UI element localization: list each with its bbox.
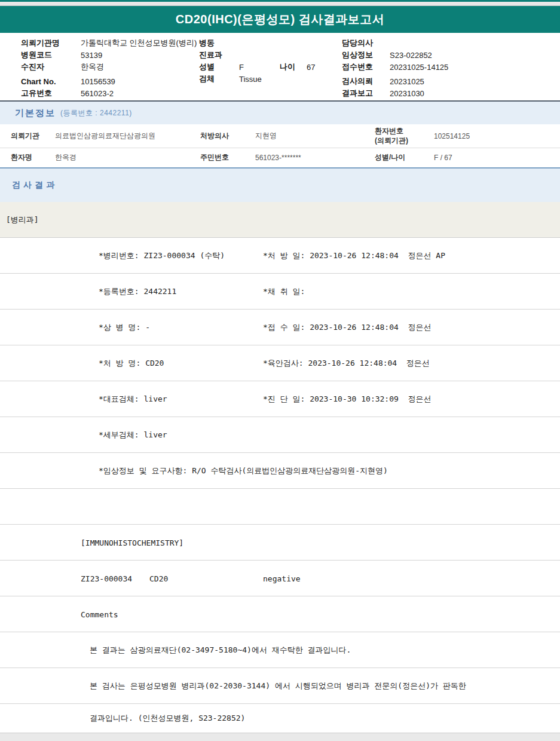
result-left-text: *대표검체: liver	[99, 394, 167, 405]
field-value: 가톨릭대학교 인천성모병원(병리)	[81, 38, 197, 48]
result-row-diagnosis-name: *상 병 명: - *접 수 일: 2023-10-26 12:48:04 정은…	[0, 310, 560, 345]
cell-value-requesting-org: 의료법인삼광의료재단삼광의원	[55, 131, 200, 141]
cell-label-patient-no: 환자번호 (의뢰기관)	[375, 127, 434, 145]
top-gray-strip	[0, 2, 560, 6]
cell-value-resident-no: 561023-*******	[255, 154, 375, 162]
patient-header-left-column: 의뢰기관명 가톨릭대학교 인천성모병원(병리) 병원코드 53139 수진자 한…	[21, 37, 197, 99]
field-value-age: 67	[307, 63, 315, 72]
field-department: 진료과	[199, 49, 315, 61]
result-row-empty	[0, 489, 560, 525]
cell-label-requesting-org: 의뢰기관	[0, 131, 55, 141]
result-text: [IMMUNOHISTOCHEMISTRY]	[81, 538, 183, 547]
field-attending-doctor: 담당의사	[342, 37, 448, 49]
result-right-text: *진 단 일: 2023-10-30 10:32:09 정은선	[263, 394, 432, 405]
field-unique-no: 고유번호 561023-2	[21, 87, 197, 99]
field-label: Chart No.	[21, 77, 81, 86]
field-chart-no: Chart No. 10156539	[21, 75, 197, 87]
result-left-text: *처 방 명: CD20	[99, 358, 164, 369]
field-label: 담당의사	[342, 38, 390, 48]
result-specimen-code: ZI23-000034	[81, 574, 132, 583]
field-label: 검체	[199, 74, 239, 84]
basic-info-registration-no: (등록번호 : 2442211)	[60, 108, 132, 118]
basic-info-table: 의뢰기관 의료법인삼광의료재단삼광의원 처방의사 지현영 환자번호 (의뢰기관)…	[0, 124, 560, 167]
result-text: Comments	[81, 610, 118, 618]
result-right-text: *접 수 일: 2023-10-26 12:48:04 정은선	[263, 322, 432, 333]
result-left-text: *세부검체: liver	[99, 430, 167, 440]
cell-label-patient-name: 환자명	[0, 153, 55, 163]
result-right-text: *육안검사: 2023-10-26 12:48:04 정은선	[263, 358, 430, 369]
field-test-requested-date: 검사의뢰 20231025	[342, 75, 448, 87]
field-label: 검사의뢰	[342, 76, 390, 87]
department-row: [병리과]	[0, 202, 560, 238]
result-text: 본 결과는 삼광의료재단(02-3497-5180~4)에서 재수탁한 결과입니…	[90, 645, 351, 656]
result-row-main-specimen: *대표검체: liver *진 단 일: 2023-10-30 10:32:09…	[0, 381, 560, 417]
field-label: 임상정보	[342, 50, 390, 60]
result-value: negative	[263, 574, 301, 583]
result-rows: *병리번호: ZI23-000034 (수탁) *처 방 일: 2023-10-…	[0, 238, 560, 733]
result-left-text: *임상정보 및 요구사항: R/O 수탁검사(의료법인삼광의료재단삼광의원-지현…	[99, 466, 388, 476]
field-value: 561023-2	[81, 89, 114, 98]
table-row: 의뢰기관 의료법인삼광의료재단삼광의원 처방의사 지현영 환자번호 (의뢰기관)…	[0, 124, 560, 148]
field-label: 진료과	[199, 50, 239, 60]
field-accession-no: 접수번호 20231025-14125	[342, 61, 448, 73]
result-row-ihc-result: ZI23-000034 CD20 negative	[0, 561, 560, 596]
basic-info-section-header: 기본정보 (등록번호 : 2442211)	[0, 100, 560, 124]
field-label: 병원코드	[21, 50, 81, 60]
result-row-ihc-heading: [IMMUNOHISTOCHEMISTRY]	[0, 525, 560, 561]
report-title-banner: CD20(IHC)(은평성모) 검사결과보고서	[0, 6, 560, 33]
field-specimen: 검체 Tissue	[199, 73, 315, 85]
field-label: 수진자	[21, 62, 81, 72]
result-test-name: CD20	[149, 574, 168, 583]
field-value: Tissue	[239, 75, 262, 84]
field-label: 병동	[199, 38, 239, 48]
result-row-comment-2: 본 검사는 은평성모병원 병리과(02-2030-3144) 에서 시행되었으며…	[0, 668, 560, 704]
field-value: 20231025-14125	[390, 63, 448, 72]
patient-header-right-column: 담당의사 임상정보 S23-022852 접수번호 20231025-14125…	[342, 37, 448, 99]
field-label: 접수번호	[342, 62, 390, 72]
result-left-text: *등록번호: 2442211	[99, 286, 176, 297]
field-value: 한옥경	[81, 62, 104, 72]
cell-label-sex-age: 성별/나이	[375, 153, 434, 163]
cell-value-patient-no: 102514125	[434, 132, 560, 140]
field-requesting-org: 의뢰기관명 가톨릭대학교 인천성모병원(병리)	[21, 37, 197, 49]
field-value: 10156539	[81, 77, 115, 86]
result-row-comment-3: 결과입니다. (인천성모병원, S23-22852)	[0, 704, 560, 733]
field-label-sex: 성별	[199, 62, 239, 72]
field-label: 의뢰기관명	[21, 38, 81, 48]
result-row-sub-specimen: *세부검체: liver	[0, 417, 560, 453]
result-left-text: *상 병 명: -	[99, 322, 150, 333]
result-text: 본 검사는 은평성모병원 병리과(02-2030-3144) 에서 시행되었으며…	[90, 681, 466, 691]
field-result-reported-date: 결과보고 20231030	[342, 87, 448, 99]
field-ward: 병동	[199, 37, 315, 49]
result-left-text: *병리번호: ZI23-000034 (수탁)	[99, 250, 225, 261]
result-text: 결과입니다. (인천성모병원, S23-22852)	[90, 713, 245, 724]
cell-value-prescribing-doctor: 지현영	[255, 131, 375, 141]
basic-info-title: 기본정보	[15, 108, 56, 119]
field-examinee: 수진자 한옥경	[21, 61, 197, 73]
field-value: 20231030	[390, 89, 424, 98]
result-row-comment-1: 본 결과는 삼광의료재단(02-3497-5180~4)에서 재수탁한 결과입니…	[0, 632, 560, 668]
field-label-age: 나이	[280, 62, 307, 72]
field-value-sex: F	[239, 63, 280, 72]
patient-header: 의뢰기관명 가톨릭대학교 인천성모병원(병리) 병원코드 53139 수진자 한…	[0, 33, 560, 100]
result-right-text: *채 취 일:	[263, 286, 305, 297]
result-right-text: *처 방 일: 2023-10-26 12:48:04 정은선 AP	[263, 250, 445, 261]
cell-label-resident-no: 주민번호	[200, 153, 255, 163]
field-sex-age: 성별 F 나이 67	[199, 61, 315, 73]
table-row: 환자명 한옥경 주민번호 561023-******* 성별/나이 F / 67	[0, 148, 560, 167]
field-label: 결과보고	[342, 88, 390, 99]
cell-label-prescribing-doctor: 처방의사	[200, 131, 255, 141]
result-row-registration-no: *등록번호: 2442211 *채 취 일:	[0, 274, 560, 310]
field-clinical-info: 임상정보 S23-022852	[342, 49, 448, 61]
field-value: 53139	[81, 51, 102, 60]
report-title: CD20(IHC)(은평성모) 검사결과보고서	[176, 11, 384, 27]
department-label: [병리과]	[6, 215, 39, 225]
footer-band	[0, 733, 560, 741]
patient-header-middle-column: 병동 진료과 성별 F 나이 67 검체 Tissue	[199, 37, 315, 85]
field-value: 20231025	[390, 77, 424, 86]
field-hospital-code: 병원코드 53139	[21, 49, 197, 61]
cell-value-patient-name: 한옥경	[55, 152, 200, 163]
field-value: S23-022852	[390, 51, 432, 60]
result-row-pathology-no: *병리번호: ZI23-000034 (수탁) *처 방 일: 2023-10-…	[0, 238, 560, 274]
result-row-clinical-request: *임상정보 및 요구사항: R/O 수탁검사(의료법인삼광의료재단삼광의원-지현…	[0, 453, 560, 489]
